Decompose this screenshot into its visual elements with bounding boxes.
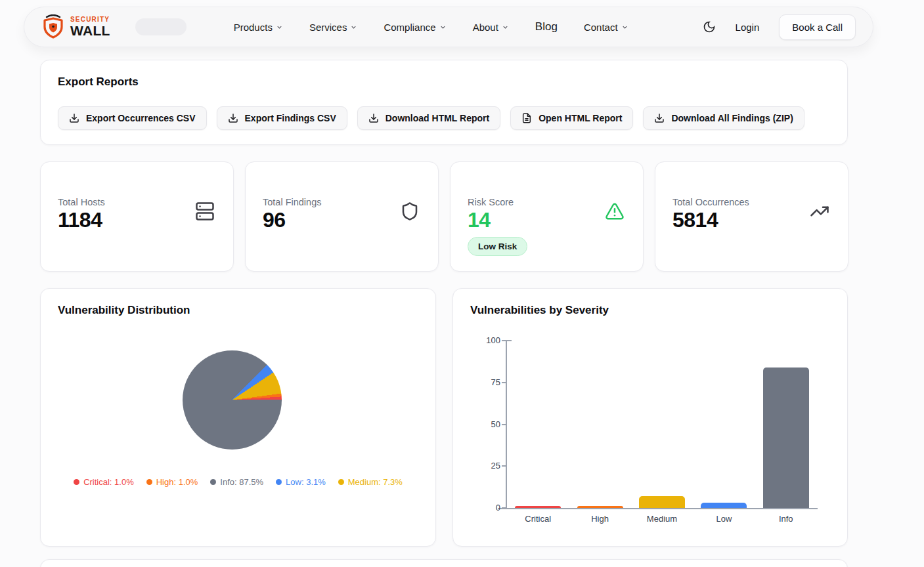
y-axis-tick-mark — [502, 424, 506, 425]
nav-label: About — [473, 22, 498, 33]
open-html-report-button[interactable]: Open HTML Report — [510, 106, 633, 130]
bars-row — [507, 341, 817, 508]
y-axis-tick-label: 50 — [470, 419, 500, 429]
logo-line1: SECURITY — [70, 16, 110, 23]
export-findings-csv-button[interactable]: Export Findings CSV — [217, 106, 347, 130]
bar-critical — [515, 506, 561, 508]
nav-item-contact[interactable]: Contact — [584, 22, 628, 33]
legend-item: Info: 87.5% — [210, 477, 263, 487]
pie-legend: Critical: 1.0%High: 1.0%Info: 87.5%Low: … — [41, 477, 435, 487]
vulnerability-distribution-card: Vulnerability Distribution Critical: 1.0… — [40, 288, 436, 547]
stat-label: Risk Score — [468, 197, 514, 207]
nav-item-blog[interactable]: Blog — [535, 20, 558, 33]
stat-value: 96 — [263, 208, 286, 232]
logo-text: SECURITY WALL — [70, 16, 110, 37]
button-label: Download All Findings (ZIP) — [671, 113, 793, 123]
nav-label: Services — [309, 22, 347, 33]
button-label: Export Occurrences CSV — [86, 113, 196, 123]
chevron-down-icon — [439, 24, 447, 31]
header-right-controls: Login Book a Call — [703, 14, 856, 40]
legend-dot — [146, 479, 152, 485]
x-axis-label: High — [569, 514, 631, 524]
server-icon — [195, 201, 215, 221]
stat-label: Total Occurrences — [672, 197, 749, 207]
stat-value: 14 — [468, 208, 491, 232]
nav-item-about[interactable]: About — [473, 22, 509, 33]
legend-dot — [74, 479, 79, 485]
export-reports-title: Export Reports — [58, 75, 139, 89]
file-text-icon — [521, 113, 532, 123]
nav-item-services[interactable]: Services — [309, 22, 358, 33]
security-wall-logo[interactable]: SECURITY WALL — [41, 14, 110, 39]
nav-item-compliance[interactable]: Compliance — [384, 22, 446, 33]
main-nav: Products Services Compliance About Blog … — [234, 20, 628, 33]
nav-label: Products — [234, 22, 273, 33]
nav-label: Contact — [584, 22, 618, 33]
alert-triangle-icon — [605, 201, 625, 221]
x-axis — [498, 508, 818, 509]
y-axis-tick-mark — [502, 382, 506, 383]
button-label: Open HTML Report — [539, 113, 622, 123]
download-all-findings-zip-button[interactable]: Download All Findings (ZIP) — [643, 106, 804, 130]
download-icon — [228, 113, 238, 123]
vulnerabilities-by-severity-card: Vulnerabilities by Severity 0255075100 C… — [452, 288, 848, 547]
bar-info — [763, 368, 809, 508]
shield-icon — [400, 201, 420, 221]
export-buttons-row: Export Occurrences CSV Export Findings C… — [58, 106, 804, 130]
nav-item-products[interactable]: Products — [234, 22, 283, 33]
export-occurrences-csv-button[interactable]: Export Occurrences CSV — [58, 106, 207, 130]
y-axis-tick-mark — [502, 465, 506, 467]
button-label: Export Findings CSV — [245, 113, 336, 123]
moon-icon[interactable] — [703, 20, 716, 33]
y-axis-tick-label: 100 — [470, 335, 500, 345]
stat-label: Total Findings — [263, 197, 321, 207]
legend-dot — [338, 479, 344, 485]
total-hosts-card: Total Hosts 1184 — [40, 161, 234, 272]
x-axis-label: Critical — [507, 514, 569, 524]
legend-item: Low: 3.1% — [276, 477, 326, 487]
legend-item: Critical: 1.0% — [74, 477, 134, 487]
download-icon — [654, 113, 665, 123]
chevron-down-icon — [276, 24, 283, 31]
x-axis-label: Medium — [631, 514, 693, 524]
legend-dot — [276, 479, 282, 485]
download-html-report-button[interactable]: Download HTML Report — [357, 106, 500, 130]
legend-label: Medium: 7.3% — [348, 477, 403, 487]
chevron-down-icon — [350, 24, 357, 31]
total-findings-card: Total Findings 96 — [245, 161, 439, 272]
bar-medium — [639, 496, 685, 508]
book-a-call-button[interactable]: Book a Call — [779, 14, 856, 40]
bar-high — [577, 506, 623, 508]
legend-label: Low: 3.1% — [286, 477, 326, 487]
stat-value: 1184 — [58, 208, 102, 232]
y-axis-tick-label: 0 — [470, 503, 500, 513]
total-occurrences-card: Total Occurrences 5814 — [655, 161, 848, 272]
download-icon — [69, 113, 79, 123]
stat-value: 5814 — [672, 208, 718, 232]
logo-line2: WALL — [70, 24, 110, 37]
x-axis-labels: CriticalHighMediumLowInfo — [507, 514, 817, 524]
legend-item: Medium: 7.3% — [338, 477, 403, 487]
top-navigation-bar: SECURITY WALL Products Services Complian… — [24, 7, 873, 47]
x-axis-label: Info — [755, 514, 817, 524]
legend-label: Critical: 1.0% — [83, 477, 134, 487]
trending-up-icon — [810, 201, 829, 221]
download-icon — [368, 113, 379, 123]
loading-placeholder — [135, 18, 187, 35]
y-axis-tick-mark — [502, 507, 506, 509]
login-link[interactable]: Login — [736, 22, 760, 33]
x-axis-label: Low — [693, 514, 755, 524]
y-axis-tick-label: 25 — [470, 461, 500, 471]
vulnerability-distribution-pie — [183, 350, 282, 450]
legend-item: High: 1.0% — [146, 477, 198, 487]
y-axis-tick-label: 75 — [470, 377, 500, 387]
legend-label: High: 1.0% — [156, 477, 198, 487]
chevron-down-icon — [502, 24, 509, 31]
nav-label: Compliance — [384, 22, 435, 33]
export-reports-card: Export Reports Export Occurrences CSV Ex… — [40, 60, 848, 145]
risk-score-card: Risk Score 14 Low Risk — [450, 161, 644, 272]
risk-level-badge: Low Risk — [468, 237, 527, 256]
bar-low — [701, 503, 747, 508]
dashboard-page: { "header": { "logo": { "line1": "SECURI… — [0, 0, 924, 567]
chevron-down-icon — [621, 24, 628, 31]
